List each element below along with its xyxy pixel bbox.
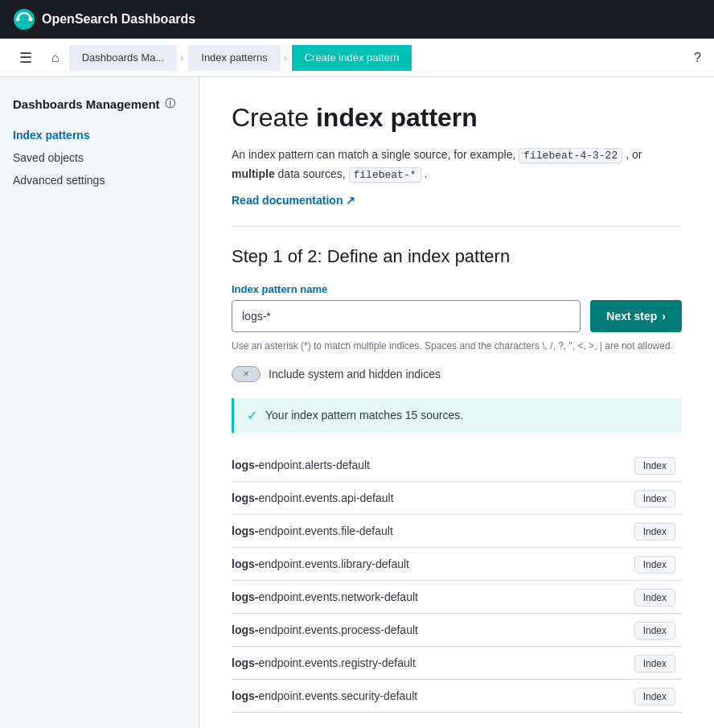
index-badge-cell-0: Index [583, 449, 682, 482]
field-label-index-pattern-name: Index pattern name [232, 283, 682, 295]
index-bold-3: logs- [232, 557, 258, 570]
index-badge-0: Index [634, 457, 675, 475]
breadcrumb-separator-2: › [284, 52, 287, 64]
index-badge-cell-4: Index [583, 580, 682, 613]
index-rest-3: endpoint.events.library-default [258, 557, 409, 570]
field-hint: Use an asterisk (*) to match multiple in… [232, 339, 682, 353]
next-step-button[interactable]: Next step › [590, 300, 682, 332]
toggle-label: Include system and hidden indices [269, 368, 441, 380]
sidebar-title-text: Dashboards Management [13, 97, 160, 111]
index-badge-cell-6: Index [583, 646, 682, 679]
sidebar-link-advanced-settings[interactable]: Advanced settings [13, 174, 105, 187]
table-row: logs-endpoint.events.library-default Ind… [232, 547, 682, 580]
breadcrumb-create-index-pattern[interactable]: Create index pattern [292, 45, 412, 71]
sidebar: Dashboards Management ⓘ Index patterns S… [0, 77, 199, 728]
index-rest-7: endpoint.events.security-default [258, 689, 417, 702]
table-row: logs-endpoint.events.registry-default In… [232, 646, 682, 679]
read-docs-link[interactable]: Read documentation ↗ [232, 194, 355, 207]
index-pattern-input[interactable] [232, 300, 581, 332]
opensearch-logo-icon [13, 8, 35, 31]
index-bold-0: logs- [232, 459, 258, 471]
table-row: logs-endpoint.alerts-default Index [232, 449, 682, 482]
index-name-6: logs-endpoint.events.registry-default [232, 646, 583, 679]
index-rest-6: endpoint.events.registry-default [258, 656, 415, 669]
table-row: logs-endpoint.events.api-default Index [232, 481, 682, 514]
index-name-5: logs-endpoint.events.process-default [232, 613, 583, 646]
table-row: logs-endpoint.events.network-default Ind… [232, 580, 682, 613]
sidebar-item-index-patterns[interactable]: Index patterns [13, 124, 186, 146]
intro-paragraph: An index pattern can match a single sour… [232, 146, 682, 184]
page-title-prefix: Create [232, 103, 316, 132]
index-badge-cell-1: Index [583, 481, 682, 514]
index-badge-cell-3: Index [583, 547, 682, 580]
step-title: Step 1 of 2: Define an index pattern [232, 246, 682, 267]
input-row: Next step › [232, 300, 682, 332]
breadcrumb-bar: ☰ ⌂ Dashboards Ma... › Index patterns › … [0, 39, 714, 77]
checkmark-icon: ✓ [247, 408, 257, 423]
toggle-x-icon: ✕ [243, 369, 249, 378]
sidebar-title: Dashboards Management ⓘ [13, 97, 186, 111]
index-name-2: logs-endpoint.events.file-default [232, 514, 583, 547]
top-navbar: OpenSearch Dashboards [0, 0, 714, 39]
index-bold-1: logs- [232, 492, 258, 504]
index-badge-6: Index [634, 655, 675, 672]
sidebar-nav: Index patterns Saved objects Advanced se… [13, 124, 186, 191]
index-bold-5: logs- [232, 623, 258, 636]
index-rest-5: endpoint.events.process-default [258, 623, 417, 636]
index-badge-7: Index [634, 688, 675, 705]
next-step-label: Next step [606, 310, 657, 323]
svg-point-2 [16, 18, 20, 22]
svg-point-1 [29, 18, 33, 22]
index-bold-4: logs- [232, 590, 258, 603]
intro-code1: filebeat-4-3-22 [519, 148, 622, 163]
index-bold-7: logs- [232, 689, 258, 702]
index-badge-5: Index [634, 622, 675, 640]
index-badge-cell-5: Index [583, 613, 682, 646]
index-rest-2: endpoint.events.file-default [258, 524, 392, 537]
intro-bold: multiple [232, 167, 275, 180]
index-rest-1: endpoint.events.api-default [258, 492, 393, 504]
index-bold-2: logs- [232, 524, 258, 537]
home-button[interactable]: ⌂ [45, 47, 66, 68]
intro-end: . [421, 167, 428, 180]
breadcrumbs: Dashboards Ma... › Index patterns › Crea… [69, 45, 694, 71]
index-name-1: logs-endpoint.events.api-default [232, 481, 583, 514]
system-indices-toggle[interactable]: ✕ [232, 366, 261, 382]
index-rest-4: endpoint.events.network-default [258, 590, 417, 603]
logo: OpenSearch Dashboards [13, 8, 195, 31]
success-banner: ✓ Your index pattern matches 15 sources. [232, 398, 682, 433]
sidebar-item-advanced-settings[interactable]: Advanced settings [13, 169, 186, 191]
index-name-3: logs-endpoint.events.library-default [232, 547, 583, 580]
section-divider [232, 226, 682, 227]
index-badge-cell-2: Index [583, 514, 682, 547]
table-row: logs-endpoint.events.process-default Ind… [232, 613, 682, 646]
table-row: logs-endpoint.events.file-default Index [232, 514, 682, 547]
index-badge-3: Index [634, 556, 675, 574]
logo-text: OpenSearch Dashboards [42, 12, 195, 27]
intro-line2: data sources, [275, 167, 349, 180]
page-layout: Dashboards Management ⓘ Index patterns S… [0, 77, 714, 728]
index-rest-0: endpoint.alerts-default [258, 459, 370, 471]
sidebar-link-saved-objects[interactable]: Saved objects [13, 151, 84, 164]
index-table-body: logs-endpoint.alerts-default Index logs-… [232, 449, 682, 713]
intro-middle: , or [626, 148, 642, 161]
sidebar-item-saved-objects[interactable]: Saved objects [13, 146, 186, 169]
breadcrumb-index-patterns[interactable]: Index patterns [188, 45, 280, 71]
toggle-row: ✕ Include system and hidden indices [232, 366, 682, 382]
index-badge-2: Index [634, 523, 675, 541]
index-badge-cell-7: Index [583, 679, 682, 712]
info-icon: ⓘ [165, 97, 175, 111]
breadcrumb-dashboards-management[interactable]: Dashboards Ma... [69, 45, 178, 71]
help-button[interactable]: ? [694, 51, 701, 65]
page-title-suffix: index pattern [316, 103, 478, 132]
intro-code2: filebeat-* [349, 167, 421, 183]
index-badge-1: Index [634, 490, 675, 508]
table-row: logs-endpoint.events.security-default In… [232, 679, 682, 712]
index-name-7: logs-endpoint.events.security-default [232, 679, 583, 712]
breadcrumb-separator-1: › [180, 52, 183, 64]
next-step-arrow-icon: › [662, 310, 666, 323]
index-table: logs-endpoint.alerts-default Index logs-… [232, 449, 682, 713]
hamburger-button[interactable]: ☰ [13, 46, 39, 70]
intro-line1: An index pattern can match a single sour… [232, 148, 515, 161]
sidebar-link-index-patterns[interactable]: Index patterns [13, 129, 90, 142]
